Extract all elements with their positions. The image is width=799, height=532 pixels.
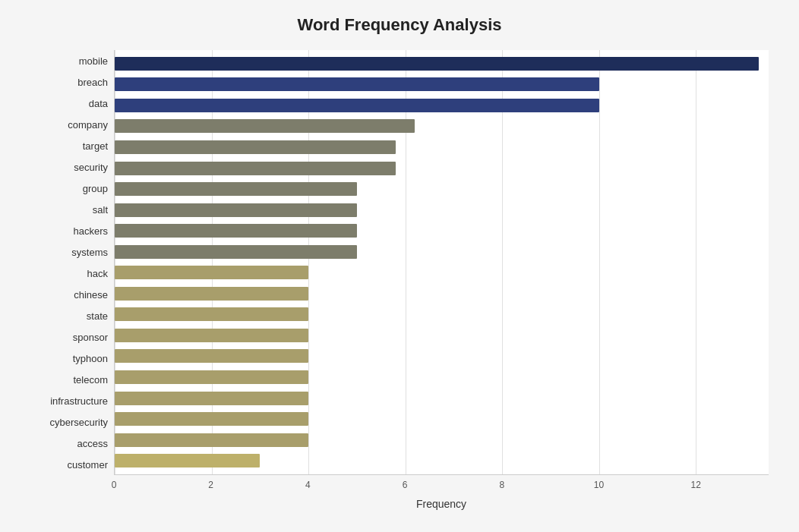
y-label-customer: customer xyxy=(68,454,108,475)
y-label-security: security xyxy=(74,156,108,178)
bar-infrastructure xyxy=(115,392,308,405)
y-label-telecom: telecom xyxy=(73,369,108,390)
y-label-mobile: mobile xyxy=(79,50,108,71)
x-axis: 024681012 xyxy=(114,475,769,495)
y-label-sponsor: sponsor xyxy=(73,326,108,348)
chart-title: Word Frequency Analysis xyxy=(30,15,769,35)
bar-telecom xyxy=(115,370,308,384)
bar-row-breach xyxy=(115,76,769,93)
y-label-group: group xyxy=(83,178,108,199)
bar-chinese xyxy=(115,287,308,301)
bar-company xyxy=(115,119,415,133)
y-label-typhoon: typhoon xyxy=(73,348,108,369)
bar-row-sponsor xyxy=(115,327,769,344)
bar-row-group xyxy=(115,181,769,197)
bar-rows xyxy=(115,50,769,474)
bar-hack xyxy=(115,266,308,279)
bar-row-cybersecurity xyxy=(115,411,769,427)
bar-row-salt xyxy=(115,202,769,219)
y-label-hackers: hackers xyxy=(73,220,108,241)
y-label-target: target xyxy=(83,135,108,156)
y-label-access: access xyxy=(77,433,108,454)
bar-row-hackers xyxy=(115,222,769,239)
y-label-cybersecurity: cybersecurity xyxy=(49,411,108,433)
bar-breach xyxy=(115,77,599,91)
x-tick-0: 0 xyxy=(112,480,117,490)
chart-area: mobilebreachdatacompanytargetsecuritygro… xyxy=(30,50,769,476)
bar-row-infrastructure xyxy=(115,390,769,407)
bar-row-company xyxy=(115,118,769,134)
bar-state xyxy=(115,307,308,321)
y-label-chinese: chinese xyxy=(74,284,108,305)
bar-row-telecom xyxy=(115,369,769,386)
bar-cybersecurity xyxy=(115,412,308,426)
y-label-salt: salt xyxy=(93,199,108,220)
bar-systems xyxy=(115,245,357,259)
bar-row-mobile xyxy=(115,55,769,72)
x-tick-4: 4 xyxy=(305,480,311,490)
x-ticks-container: 024681012 xyxy=(114,480,769,495)
bar-mobile xyxy=(115,57,759,71)
bar-row-security xyxy=(115,160,769,177)
bar-group xyxy=(115,182,357,196)
bar-row-customer xyxy=(115,452,769,469)
x-tick-12: 12 xyxy=(691,480,701,490)
y-label-systems: systems xyxy=(71,241,108,263)
bar-row-data xyxy=(115,97,769,114)
bar-row-target xyxy=(115,139,769,156)
y-label-company: company xyxy=(68,114,108,135)
x-tick-2: 2 xyxy=(208,480,213,490)
bar-sponsor xyxy=(115,329,308,342)
x-tick-8: 8 xyxy=(499,480,504,490)
bar-access xyxy=(115,433,308,447)
bar-security xyxy=(115,162,396,175)
y-label-hack: hack xyxy=(87,263,108,284)
bar-salt xyxy=(115,203,357,217)
bar-row-state xyxy=(115,306,769,323)
y-label-infrastructure: infrastructure xyxy=(50,390,108,411)
bar-data xyxy=(115,99,599,112)
bar-row-typhoon xyxy=(115,348,769,364)
x-tick-6: 6 xyxy=(403,480,408,490)
bars-plot xyxy=(114,50,769,475)
y-label-breach: breach xyxy=(77,71,108,93)
bar-row-systems xyxy=(115,244,769,260)
bar-target xyxy=(115,140,396,154)
bar-row-chinese xyxy=(115,285,769,302)
bar-typhoon xyxy=(115,349,308,363)
bar-customer xyxy=(115,454,260,467)
x-axis-label: Frequency xyxy=(114,498,769,510)
chart-container: Word Frequency Analysis mobilebreachdata… xyxy=(0,0,799,532)
y-label-data: data xyxy=(89,93,108,114)
y-label-state: state xyxy=(87,305,108,326)
bar-row-hack xyxy=(115,264,769,281)
bar-row-access xyxy=(115,432,769,449)
bars-section: mobilebreachdatacompanytargetsecuritygro… xyxy=(30,50,769,475)
y-labels: mobilebreachdatacompanytargetsecuritygro… xyxy=(30,50,114,475)
x-tick-10: 10 xyxy=(594,480,604,490)
bar-hackers xyxy=(115,224,357,238)
